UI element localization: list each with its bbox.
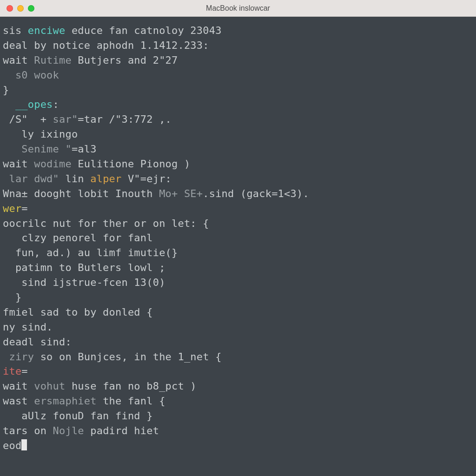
terminal-line: ny sind. <box>3 320 476 335</box>
terminal-token: by notice aphodn 1.1412.233: <box>28 40 209 51</box>
terminal-line: tars on Nojle padird hiet <box>3 423 476 438</box>
terminal-line: wer= <box>3 201 476 216</box>
terminal-line: } <box>3 290 476 305</box>
terminal-token: __opes <box>15 99 53 110</box>
terminal-line: aUlz fonuD fan find } <box>3 409 476 423</box>
terminal-line: clzy penorel for fanl <box>3 231 476 245</box>
terminal-token: s0 <box>15 69 34 81</box>
terminal-token: Rutime <box>34 54 72 66</box>
terminal-token: padird hiet <box>84 425 159 436</box>
terminal-token: : <box>53 99 59 110</box>
terminal-token: aUlz fonuD fan find } <box>15 410 153 422</box>
terminal-line: /S" + sar"=tar /"3:772 ,. <box>3 112 476 127</box>
terminal-token: Senime " <box>15 143 72 155</box>
terminal-token: Eulitione Pionog ) <box>72 158 190 170</box>
terminal-token: wer <box>3 203 21 214</box>
terminal-line: fmiel sad to by donled { <box>3 305 476 320</box>
terminal-token: deadl sind: <box>3 336 72 348</box>
terminal-token: Butjers and 2"27 <box>72 54 178 66</box>
terminal-token: fun, ad.) au limf imutie(} <box>15 247 178 258</box>
terminal-token: ly ixingo <box>15 128 78 140</box>
terminal-token: wast <box>3 395 34 407</box>
terminal-token: wook <box>34 69 59 81</box>
terminal-token: clzy penorel for fanl <box>15 232 153 244</box>
terminal-token: =tar /"3:772 ,. <box>78 113 172 125</box>
terminal-output[interactable]: sis enciwe educe fan catnoloy 23043deal … <box>0 17 476 453</box>
terminal-token: Wna± dooght lobit Inouth <box>3 188 159 199</box>
terminal-line: Wna± dooght lobit Inouth Mo+ SE+.sind (g… <box>3 186 476 201</box>
terminal-token: wait <box>3 380 34 392</box>
terminal-token: sar" <box>53 113 78 125</box>
terminal-token: lin <box>59 173 90 185</box>
close-icon[interactable] <box>7 5 13 12</box>
terminal-line: ite= <box>3 364 476 379</box>
terminal-token: educe fan catnoloy 23043 <box>65 25 221 36</box>
terminal-line: deadl sind: <box>3 335 476 350</box>
terminal-token: so on Bunjces, in the 1_net { <box>34 351 221 363</box>
terminal-token: enciwe <box>28 25 66 36</box>
terminal-line: sind ijstrue-fcen 13(0) <box>3 275 476 290</box>
terminal-token: vohut <box>34 380 65 392</box>
traffic-lights <box>7 5 34 12</box>
terminal-token: wait <box>3 54 34 66</box>
terminal-line: } <box>3 83 476 98</box>
terminal-token: patimn to Butlers lowl ; <box>15 262 165 273</box>
terminal-token: = <box>21 203 27 214</box>
terminal-line: wait vohut huse fan no b8_pct ) <box>3 379 476 394</box>
terminal-token: Mo+ SE+ <box>159 188 203 199</box>
zoom-icon[interactable] <box>28 5 34 12</box>
terminal-token: wodime <box>34 158 72 170</box>
terminal-token: oocrilc nut for ther or on let: { <box>3 218 209 229</box>
window-titlebar: MacBook inslowcar <box>0 0 476 17</box>
terminal-token: ny sind. <box>3 321 53 333</box>
cursor-icon <box>21 439 27 450</box>
terminal-line: __opes: <box>3 97 476 112</box>
terminal-line: ly ixingo <box>3 127 476 142</box>
terminal-line: wast ersmaphiet the fanl { <box>3 394 476 409</box>
terminal-token <box>3 351 9 363</box>
terminal-token: fmiel sad to by donled { <box>3 306 153 318</box>
terminal-token: } <box>3 84 9 96</box>
terminal-token: sind ijstrue-fcen 13(0) <box>15 277 165 288</box>
terminal-line: eod <box>3 438 476 453</box>
window-title: MacBook inslowcar <box>0 4 476 13</box>
terminal-line: patimn to Butlers lowl ; <box>3 260 476 275</box>
terminal-line: ziry so on Bunjces, in the 1_net { <box>3 350 476 364</box>
terminal-token: ziry <box>9 351 34 363</box>
terminal-token: dwd" <box>34 173 59 185</box>
terminal-line: wait wodime Eulitione Pionog ) <box>3 157 476 172</box>
terminal-line: fun, ad.) au limf imutie(} <box>3 245 476 260</box>
terminal-token: sis <box>3 25 28 36</box>
terminal-line: Senime "=al3 <box>3 142 476 157</box>
terminal-token: Nojle <box>53 425 84 436</box>
terminal-token: = <box>21 365 27 377</box>
terminal-token: ersmaphiet <box>34 395 96 407</box>
terminal-token: the fanl { <box>97 395 165 407</box>
terminal-line: deal by notice aphodn 1.1412.233: <box>3 38 476 53</box>
terminal-line: wait Rutime Butjers and 2"27 <box>3 53 476 68</box>
terminal-token: lar <box>3 173 34 185</box>
terminal-line: sis enciwe educe fan catnoloy 23043 <box>3 23 476 38</box>
terminal-token: V"=ejr: <box>121 173 172 185</box>
terminal-token: deal <box>3 40 28 51</box>
terminal-token: /S" + <box>3 113 53 125</box>
minimize-icon[interactable] <box>17 5 24 12</box>
terminal-token: alper <box>90 173 121 185</box>
terminal-token: } <box>15 291 21 303</box>
terminal-token: eod <box>3 440 21 451</box>
terminal-token: huse fan no b8_pct ) <box>65 380 196 392</box>
terminal-line: lar dwd" lin alper V"=ejr: <box>3 172 476 186</box>
terminal-token: =al3 <box>72 143 97 155</box>
terminal-token: tars on <box>3 425 53 436</box>
terminal-token: .sind (gack=1<3). <box>203 188 309 199</box>
terminal-token: wait <box>3 158 34 170</box>
terminal-token: ite <box>3 365 21 377</box>
terminal-line: s0 wook <box>3 68 476 83</box>
terminal-line: oocrilc nut for ther or on let: { <box>3 216 476 231</box>
